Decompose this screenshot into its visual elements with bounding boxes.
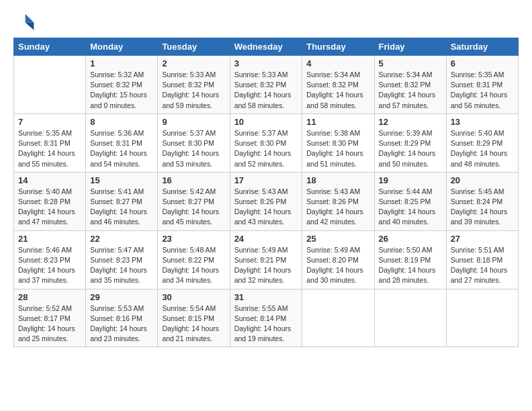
day-number: 16 bbox=[162, 175, 225, 185]
calendar-cell: 17Sunrise: 5:43 AMSunset: 8:26 PMDayligh… bbox=[230, 172, 302, 230]
day-header: Thursday bbox=[302, 38, 374, 56]
calendar-cell: 19Sunrise: 5:44 AMSunset: 8:25 PMDayligh… bbox=[374, 172, 446, 230]
day-number: 4 bbox=[306, 58, 369, 68]
calendar-cell: 20Sunrise: 5:45 AMSunset: 8:24 PMDayligh… bbox=[446, 172, 518, 230]
day-info: Sunrise: 5:40 AMSunset: 8:29 PMDaylight:… bbox=[451, 128, 514, 169]
day-number: 12 bbox=[379, 117, 442, 127]
day-info: Sunrise: 5:37 AMSunset: 8:30 PMDaylight:… bbox=[162, 128, 225, 169]
calendar-cell bbox=[446, 289, 518, 347]
day-info: Sunrise: 5:34 AMSunset: 8:32 PMDaylight:… bbox=[379, 70, 442, 111]
day-info: Sunrise: 5:33 AMSunset: 8:32 PMDaylight:… bbox=[234, 70, 298, 111]
calendar-cell: 16Sunrise: 5:42 AMSunset: 8:27 PMDayligh… bbox=[158, 172, 230, 230]
day-header: Friday bbox=[374, 38, 446, 56]
calendar-cell: 2Sunrise: 5:33 AMSunset: 8:32 PMDaylight… bbox=[158, 56, 230, 114]
day-info: Sunrise: 5:43 AMSunset: 8:26 PMDaylight:… bbox=[234, 187, 298, 228]
calendar-cell bbox=[374, 289, 446, 347]
day-number: 23 bbox=[162, 234, 225, 244]
day-number: 25 bbox=[306, 234, 369, 244]
calendar-cell: 29Sunrise: 5:53 AMSunset: 8:16 PMDayligh… bbox=[86, 289, 158, 347]
calendar-header: SundayMondayTuesdayWednesdayThursdayFrid… bbox=[14, 38, 519, 56]
calendar-week: 14Sunrise: 5:40 AMSunset: 8:28 PMDayligh… bbox=[14, 172, 519, 230]
calendar-cell: 12Sunrise: 5:39 AMSunset: 8:29 PMDayligh… bbox=[374, 113, 446, 172]
calendar-cell: 23Sunrise: 5:48 AMSunset: 8:22 PMDayligh… bbox=[158, 230, 230, 289]
day-info: Sunrise: 5:34 AMSunset: 8:32 PMDaylight:… bbox=[306, 70, 369, 111]
day-number: 19 bbox=[379, 175, 442, 185]
calendar-cell: 6Sunrise: 5:35 AMSunset: 8:31 PMDaylight… bbox=[446, 56, 518, 114]
calendar-week: 7Sunrise: 5:35 AMSunset: 8:31 PMDaylight… bbox=[14, 113, 519, 172]
day-info: Sunrise: 5:38 AMSunset: 8:30 PMDaylight:… bbox=[306, 128, 369, 169]
day-number: 21 bbox=[18, 234, 81, 244]
day-info: Sunrise: 5:48 AMSunset: 8:22 PMDaylight:… bbox=[162, 245, 225, 286]
day-number: 1 bbox=[90, 58, 153, 68]
day-info: Sunrise: 5:44 AMSunset: 8:25 PMDaylight:… bbox=[379, 187, 442, 228]
logo bbox=[13, 11, 38, 32]
day-info: Sunrise: 5:50 AMSunset: 8:19 PMDaylight:… bbox=[379, 245, 442, 286]
calendar-cell: 9Sunrise: 5:37 AMSunset: 8:30 PMDaylight… bbox=[158, 113, 230, 172]
day-header: Sunday bbox=[14, 38, 86, 56]
day-number: 13 bbox=[451, 117, 514, 127]
calendar-cell: 13Sunrise: 5:40 AMSunset: 8:29 PMDayligh… bbox=[446, 113, 518, 172]
day-number: 7 bbox=[18, 117, 81, 127]
calendar-cell: 11Sunrise: 5:38 AMSunset: 8:30 PMDayligh… bbox=[302, 113, 374, 172]
calendar-week: 28Sunrise: 5:52 AMSunset: 8:17 PMDayligh… bbox=[14, 289, 519, 347]
calendar-cell: 4Sunrise: 5:34 AMSunset: 8:32 PMDaylight… bbox=[302, 56, 374, 114]
day-number: 2 bbox=[162, 58, 225, 68]
day-info: Sunrise: 5:41 AMSunset: 8:27 PMDaylight:… bbox=[90, 187, 153, 228]
calendar-week: 21Sunrise: 5:46 AMSunset: 8:23 PMDayligh… bbox=[14, 230, 519, 289]
day-header: Saturday bbox=[446, 38, 518, 56]
calendar-cell: 31Sunrise: 5:55 AMSunset: 8:14 PMDayligh… bbox=[230, 289, 302, 347]
calendar-cell: 1Sunrise: 5:32 AMSunset: 8:32 PMDaylight… bbox=[86, 56, 158, 114]
day-info: Sunrise: 5:49 AMSunset: 8:21 PMDaylight:… bbox=[234, 245, 298, 286]
day-info: Sunrise: 5:54 AMSunset: 8:15 PMDaylight:… bbox=[162, 304, 225, 345]
day-number: 14 bbox=[18, 175, 81, 185]
calendar-cell: 27Sunrise: 5:51 AMSunset: 8:18 PMDayligh… bbox=[446, 230, 518, 289]
day-info: Sunrise: 5:37 AMSunset: 8:30 PMDaylight:… bbox=[234, 128, 298, 169]
calendar-cell: 7Sunrise: 5:35 AMSunset: 8:31 PMDaylight… bbox=[14, 113, 86, 172]
day-number: 22 bbox=[90, 234, 153, 244]
day-number: 31 bbox=[234, 292, 298, 302]
day-info: Sunrise: 5:45 AMSunset: 8:24 PMDaylight:… bbox=[451, 187, 514, 228]
day-info: Sunrise: 5:55 AMSunset: 8:14 PMDaylight:… bbox=[234, 304, 298, 345]
day-info: Sunrise: 5:49 AMSunset: 8:20 PMDaylight:… bbox=[306, 245, 369, 286]
day-header: Tuesday bbox=[158, 38, 230, 56]
day-number: 8 bbox=[90, 117, 153, 127]
calendar-cell bbox=[14, 56, 86, 114]
calendar-cell: 21Sunrise: 5:46 AMSunset: 8:23 PMDayligh… bbox=[14, 230, 86, 289]
day-info: Sunrise: 5:51 AMSunset: 8:18 PMDaylight:… bbox=[451, 245, 514, 286]
calendar-cell: 3Sunrise: 5:33 AMSunset: 8:32 PMDaylight… bbox=[230, 56, 302, 114]
day-info: Sunrise: 5:53 AMSunset: 8:16 PMDaylight:… bbox=[90, 304, 153, 345]
svg-marker-0 bbox=[26, 14, 34, 23]
day-info: Sunrise: 5:40 AMSunset: 8:28 PMDaylight:… bbox=[18, 187, 81, 228]
calendar-cell: 25Sunrise: 5:49 AMSunset: 8:20 PMDayligh… bbox=[302, 230, 374, 289]
day-number: 27 bbox=[451, 234, 514, 244]
day-header: Monday bbox=[86, 38, 158, 56]
day-info: Sunrise: 5:46 AMSunset: 8:23 PMDaylight:… bbox=[18, 245, 81, 286]
page: SundayMondayTuesdayWednesdayThursdayFrid… bbox=[0, 0, 532, 411]
day-number: 10 bbox=[234, 117, 298, 127]
header-row: SundayMondayTuesdayWednesdayThursdayFrid… bbox=[14, 38, 519, 56]
day-number: 6 bbox=[451, 58, 514, 68]
day-info: Sunrise: 5:33 AMSunset: 8:32 PMDaylight:… bbox=[162, 70, 225, 111]
day-number: 24 bbox=[234, 234, 298, 244]
calendar-cell: 18Sunrise: 5:43 AMSunset: 8:26 PMDayligh… bbox=[302, 172, 374, 230]
day-header: Wednesday bbox=[230, 38, 302, 56]
calendar-cell: 26Sunrise: 5:50 AMSunset: 8:19 PMDayligh… bbox=[374, 230, 446, 289]
day-number: 18 bbox=[306, 175, 369, 185]
header bbox=[13, 11, 519, 32]
calendar-cell: 10Sunrise: 5:37 AMSunset: 8:30 PMDayligh… bbox=[230, 113, 302, 172]
day-info: Sunrise: 5:35 AMSunset: 8:31 PMDaylight:… bbox=[451, 70, 514, 111]
day-info: Sunrise: 5:42 AMSunset: 8:27 PMDaylight:… bbox=[162, 187, 225, 228]
calendar-week: 1Sunrise: 5:32 AMSunset: 8:32 PMDaylight… bbox=[14, 56, 519, 114]
calendar-body: 1Sunrise: 5:32 AMSunset: 8:32 PMDaylight… bbox=[14, 56, 519, 347]
day-info: Sunrise: 5:32 AMSunset: 8:32 PMDaylight:… bbox=[90, 70, 153, 111]
day-number: 20 bbox=[451, 175, 514, 185]
calendar-cell: 5Sunrise: 5:34 AMSunset: 8:32 PMDaylight… bbox=[374, 56, 446, 114]
day-info: Sunrise: 5:43 AMSunset: 8:26 PMDaylight:… bbox=[306, 187, 369, 228]
day-info: Sunrise: 5:36 AMSunset: 8:31 PMDaylight:… bbox=[90, 128, 153, 169]
calendar-cell: 8Sunrise: 5:36 AMSunset: 8:31 PMDaylight… bbox=[86, 113, 158, 172]
day-number: 30 bbox=[162, 292, 225, 302]
day-info: Sunrise: 5:39 AMSunset: 8:29 PMDaylight:… bbox=[379, 128, 442, 169]
day-number: 3 bbox=[234, 58, 298, 68]
day-info: Sunrise: 5:52 AMSunset: 8:17 PMDaylight:… bbox=[18, 304, 81, 345]
calendar-cell: 28Sunrise: 5:52 AMSunset: 8:17 PMDayligh… bbox=[14, 289, 86, 347]
